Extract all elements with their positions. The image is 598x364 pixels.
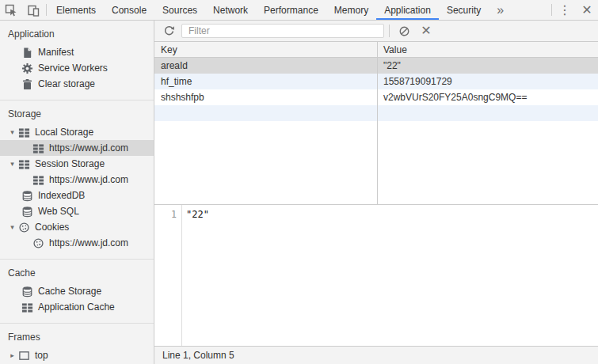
sidebar-item-indexeddb[interactable]: IndexedDB	[0, 188, 154, 203]
sidebar-item-label: https://www.jd.com	[49, 237, 128, 248]
section-header-cache: Cache	[0, 260, 154, 283]
tab-security[interactable]: Security	[439, 0, 489, 20]
sidebar-item-manifest[interactable]: Manifest	[0, 44, 154, 60]
local-storage-panel: ✕ Key Value areaId "22" hf_time 15587190…	[154, 21, 598, 364]
refresh-button[interactable]	[159, 21, 178, 40]
storage-items-table: Key Value areaId "22" hf_time 1558719091…	[154, 42, 598, 204]
row-key: shshshfpb	[154, 92, 377, 103]
expander-arrow-icon[interactable]: ▾	[6, 223, 18, 231]
close-devtools-button[interactable]: ✕	[576, 0, 598, 20]
table-header-row: Key Value	[154, 42, 598, 58]
sidebar-item-label: top	[35, 350, 48, 361]
sidebar-item-web-sql[interactable]: Web SQL	[0, 203, 154, 219]
table-row[interactable]: hf_time 1558719091729	[154, 74, 598, 89]
trash-icon	[21, 78, 33, 90]
expander-arrow-icon[interactable]: ▾	[6, 160, 18, 168]
tab-sources[interactable]: Sources	[154, 0, 205, 20]
delete-x-icon: ✕	[421, 25, 431, 37]
expander-arrow-icon[interactable]: ▸	[6, 351, 18, 359]
sidebar-item-session-storage[interactable]: ▾ Session Storage	[0, 156, 154, 172]
table-icon	[21, 301, 33, 313]
database-icon	[21, 190, 33, 202]
table-icon	[18, 127, 30, 138]
file-icon	[21, 47, 33, 59]
sidebar-item-label: Manifest	[38, 47, 74, 58]
sidebar-item-label: Cookies	[35, 222, 69, 233]
line-number-gutter: 1	[154, 205, 182, 346]
toolbar-separator	[389, 25, 390, 37]
devtools-tabbar: Elements Console Sources Network Perform…	[0, 0, 598, 21]
tabbar-right-controls: ⋮ ✕	[550, 0, 598, 20]
frame-icon	[18, 350, 30, 362]
section-header-frames: Frames	[0, 324, 154, 347]
section-storage: Storage ▾ Local Storage https://www.jd.c…	[0, 100, 154, 259]
sidebar-item-service-workers[interactable]: Service Workers	[0, 60, 154, 76]
sidebar-item-local-storage-origin[interactable]: https://www.jd.com	[0, 140, 154, 156]
gear-icon	[21, 63, 33, 74]
toolbar-separator	[46, 4, 47, 16]
sidebar-item-label: Web SQL	[38, 206, 79, 217]
cursor-position-text: Line 1, Column 5	[162, 350, 234, 361]
filter-input[interactable]	[181, 24, 384, 38]
sidebar-item-label: Session Storage	[35, 158, 105, 169]
customize-devtools-button[interactable]: ⋮	[554, 0, 576, 20]
row-value: v2wbVUrS20FY25A0sngC9MQ==	[377, 92, 598, 103]
row-key: hf_time	[154, 76, 377, 87]
sidebar-item-label: https://www.jd.com	[49, 174, 128, 185]
expander-arrow-icon[interactable]: ▾	[6, 128, 18, 136]
table-filler-row	[154, 105, 598, 121]
refresh-icon	[163, 25, 175, 37]
more-tabs-button[interactable]: »	[489, 0, 512, 20]
delete-selected-button[interactable]: ✕	[417, 21, 436, 40]
table-row[interactable]: shshshfpb v2wbVUrS20FY25A0sngC9MQ==	[154, 89, 598, 105]
storage-toolbar: ✕	[154, 21, 598, 42]
cookie-icon	[18, 222, 30, 233]
sidebar-item-label: IndexedDB	[38, 190, 85, 201]
device-toolbar-button[interactable]	[22, 0, 44, 20]
inspect-element-button[interactable]	[0, 0, 22, 20]
sidebar-item-label: Application Cache	[38, 301, 115, 313]
block-icon	[398, 25, 410, 37]
tab-application[interactable]: Application	[376, 0, 439, 20]
tab-performance[interactable]: Performance	[256, 0, 326, 20]
sidebar-item-label: https://www.jd.com	[49, 142, 128, 154]
device-toolbar-icon	[27, 4, 40, 17]
database-icon	[21, 286, 33, 298]
table-icon	[18, 158, 30, 170]
section-application: Application Manifest Service Workers Cle…	[0, 21, 154, 100]
sidebar-item-cache-storage[interactable]: Cache Storage	[0, 283, 154, 299]
tab-network[interactable]: Network	[205, 0, 256, 20]
close-icon: ✕	[581, 4, 592, 17]
sidebar-item-label: Cache Storage	[38, 286, 101, 297]
sidebar-item-cookies[interactable]: ▾ Cookies	[0, 219, 154, 235]
tab-elements[interactable]: Elements	[48, 0, 104, 20]
column-header-value[interactable]: Value	[377, 42, 598, 57]
sidebar-item-local-storage[interactable]: ▾ Local Storage	[0, 124, 154, 140]
table-row[interactable]: areaId "22"	[154, 58, 598, 74]
inspect-cursor-icon	[5, 4, 17, 17]
toolbar-separator	[551, 4, 552, 16]
sidebar-item-label: Local Storage	[35, 127, 93, 138]
sidebar-item-clear-storage[interactable]: Clear storage	[0, 76, 154, 92]
sidebar-item-session-storage-origin[interactable]: https://www.jd.com	[0, 172, 154, 188]
row-value: 1558719091729	[377, 76, 598, 87]
clear-all-button[interactable]	[394, 21, 413, 40]
sidebar-item-application-cache[interactable]: Application Cache	[0, 299, 154, 315]
tab-console[interactable]: Console	[104, 0, 154, 20]
sidebar-item-top-frame[interactable]: ▸ top	[0, 347, 154, 363]
cookie-icon	[32, 237, 44, 249]
section-cache: Cache Cache Storage Application Cache	[0, 259, 154, 323]
preview-content[interactable]: "22"	[182, 205, 598, 346]
tab-memory[interactable]: Memory	[326, 0, 376, 20]
table-icon	[32, 142, 44, 154]
section-frames: Frames ▸ top	[0, 323, 154, 364]
kebab-menu-icon: ⋮	[558, 4, 571, 17]
panel-tabs: Elements Console Sources Network Perform…	[48, 0, 512, 20]
value-preview-pane: 1 "22"	[154, 204, 598, 346]
sidebar-item-label: Service Workers	[38, 63, 108, 74]
sidebar-item-cookies-origin[interactable]: https://www.jd.com	[0, 235, 154, 251]
line-number: 1	[154, 209, 181, 220]
column-header-key[interactable]: Key	[154, 42, 377, 57]
row-key: areaId	[154, 60, 377, 71]
table-icon	[32, 174, 44, 186]
